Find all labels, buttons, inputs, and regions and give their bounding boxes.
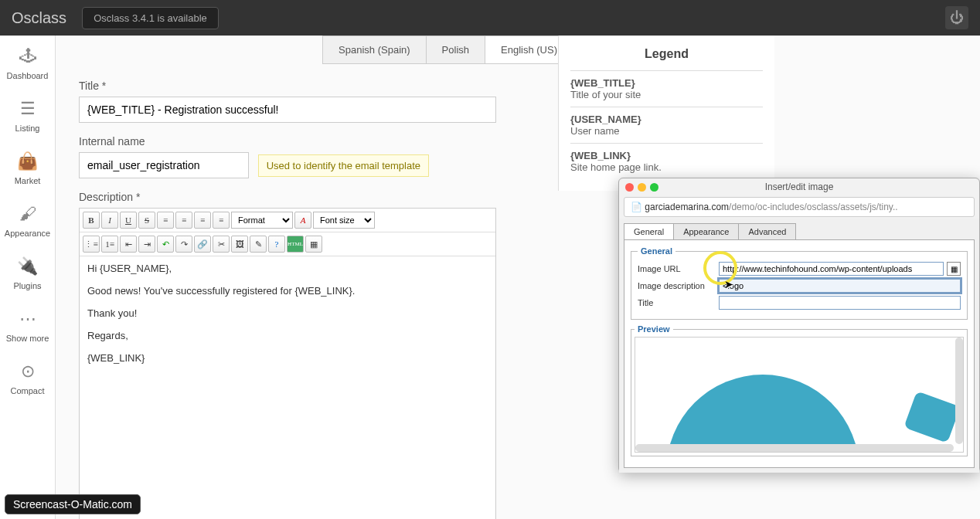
sidebar-item-dashboard[interactable]: 🕹Dashboard	[0, 36, 55, 88]
align-center-button[interactable]: ≡	[175, 212, 192, 229]
format-select[interactable]: Format	[231, 212, 293, 229]
fieldset-legend: Preview	[635, 324, 673, 334]
dashboard-icon: 🕹	[19, 46, 36, 66]
tab-polish[interactable]: Polish	[426, 36, 485, 64]
horizontal-scrollbar[interactable]	[635, 444, 954, 452]
sidebar-item-appearance[interactable]: 🖌Appearance	[0, 193, 55, 246]
preview-fieldset: Preview	[631, 324, 968, 456]
editor-toolbar-1: B I U S ≡ ≡ ≡ ≡ Format A Font size	[80, 209, 495, 232]
general-fieldset: General Image URL ▦ Image description Ti…	[631, 246, 968, 320]
sidebar-item-label: Show more	[6, 334, 49, 343]
align-left-button[interactable]: ≡	[157, 212, 174, 229]
url-path: /demo/oc-includes/osclass/assets/js/tiny…	[729, 202, 898, 212]
tab-appearance[interactable]: Appearance	[673, 223, 739, 239]
title-label: Title *	[79, 80, 496, 92]
url-host: garciademarina.com	[645, 202, 729, 212]
editor-textarea[interactable]: Hi {USER_NAME}, Good news! You've succes…	[80, 256, 495, 519]
internal-hint: Used to identify the email template	[258, 154, 429, 177]
undo-button[interactable]: ↶	[157, 236, 174, 253]
editor-line: {WEB_LINK}	[87, 352, 488, 364]
compact-icon: ⊙	[21, 361, 35, 382]
sidebar-item-label: Appearance	[5, 229, 50, 238]
sidebar-item-label: Plugins	[13, 281, 41, 290]
image-title-label: Title	[638, 298, 719, 307]
fontsize-select[interactable]: Font size	[313, 212, 375, 229]
unlink-button[interactable]: ✂	[213, 236, 230, 253]
align-right-button[interactable]: ≡	[194, 212, 211, 229]
image-preview	[635, 337, 964, 453]
title-input[interactable]	[79, 97, 496, 123]
browse-icon[interactable]: ▦	[947, 262, 961, 276]
watermark: Screencast-O-Matic.com	[5, 494, 141, 514]
editor-line: Good news! You've successfully registere…	[87, 285, 488, 297]
editor-line: Hi {USER_NAME},	[87, 263, 488, 274]
link-button[interactable]: 🔗	[194, 236, 211, 253]
image-url-input[interactable]	[719, 262, 944, 276]
help-button[interactable]: ?	[268, 236, 285, 253]
legend-item: {WEB_TITLE}Title of your site	[570, 70, 763, 107]
sidebar-item-market[interactable]: 👜Market	[0, 141, 55, 193]
legend-item: {USER_NAME}User name	[570, 107, 763, 143]
edit-button[interactable]: ✎	[250, 236, 267, 253]
image-desc-label: Image description	[638, 281, 719, 290]
market-icon: 👜	[17, 151, 38, 171]
internal-name-input[interactable]	[79, 152, 249, 178]
description-label: Description *	[79, 191, 496, 203]
brand: Osclass	[12, 9, 66, 27]
sidebar: 🕹Dashboard ☰Listing 👜Market 🖌Appearance …	[0, 36, 56, 519]
bullet-list-button[interactable]: ⋮≡	[83, 236, 100, 253]
legend-title: Legend	[570, 47, 763, 61]
preview-image-shape	[903, 391, 960, 443]
indent-button[interactable]: ⇥	[138, 236, 155, 253]
insert-image-dialog: Insert/edit image 📄 garciademarina.com /…	[618, 178, 980, 473]
align-justify-button[interactable]: ≡	[213, 212, 230, 229]
image-title-input[interactable]	[719, 296, 961, 310]
sidebar-item-label: Compact	[10, 386, 44, 395]
preview-image-shape	[666, 375, 859, 453]
tab-spanish[interactable]: Spanish (Spain)	[322, 36, 427, 64]
topbar: Osclass Osclass 3.4.1 is available ⏻	[0, 0, 980, 36]
strike-button[interactable]: S	[138, 212, 155, 229]
rich-text-editor: B I U S ≡ ≡ ≡ ≡ Format A Font size ⋮≡ 1≡…	[79, 208, 496, 519]
fieldset-legend: General	[638, 246, 675, 256]
power-icon[interactable]: ⏻	[945, 6, 968, 29]
editor-toolbar-2: ⋮≡ 1≡ ⇤ ⇥ ↶ ↷ 🔗 ✂ 🖼 ✎ ? HTML ▦	[80, 232, 495, 256]
update-available-button[interactable]: Osclass 3.4.1 is available	[82, 7, 219, 29]
legend-item: {WEB_LINK}Site home page link.	[570, 143, 763, 179]
editor-line: Regards,	[87, 330, 488, 341]
email-template-form: Title * Internal name Used to identify t…	[79, 80, 496, 519]
sidebar-item-listing[interactable]: ☰Listing	[0, 88, 55, 141]
more-icon: ⋯	[19, 309, 36, 329]
image-url-label: Image URL	[638, 264, 719, 273]
sidebar-item-label: Listing	[15, 124, 40, 133]
address-bar[interactable]: 📄 garciademarina.com /demo/oc-includes/o…	[624, 197, 975, 217]
sidebar-item-showmore[interactable]: ⋯Show more	[0, 298, 55, 351]
sidebar-item-label: Market	[15, 176, 41, 185]
tab-general[interactable]: General	[624, 223, 674, 239]
sidebar-item-plugins[interactable]: 🔌Plugins	[0, 246, 55, 298]
listing-icon: ☰	[20, 99, 36, 119]
internal-label: Internal name	[79, 135, 496, 148]
image-desc-input[interactable]	[719, 279, 961, 293]
language-tabs: Spanish (Spain) Polish English (US)	[280, 36, 573, 64]
page-icon: 📄	[631, 202, 645, 212]
sidebar-item-compact[interactable]: ⊙Compact	[0, 351, 55, 403]
underline-button[interactable]: U	[120, 212, 137, 229]
tab-advanced[interactable]: Advanced	[738, 223, 796, 239]
legend-panel: Legend {WEB_TITLE}Title of your site {US…	[558, 36, 774, 191]
image-button[interactable]: 🖼	[231, 236, 248, 253]
font-color-button[interactable]: A	[294, 212, 311, 229]
window-titlebar: Insert/edit image	[619, 178, 979, 195]
dialog-tabs: General Appearance Advanced	[624, 223, 975, 239]
bold-button[interactable]: B	[83, 212, 100, 229]
window-title: Insert/edit image	[619, 181, 979, 192]
media-button[interactable]: ▦	[305, 236, 322, 253]
outdent-button[interactable]: ⇤	[120, 236, 137, 253]
html-button[interactable]: HTML	[287, 236, 304, 253]
redo-button[interactable]: ↷	[175, 236, 192, 253]
italic-button[interactable]: I	[101, 212, 118, 229]
editor-line: Thank you!	[87, 307, 488, 319]
vertical-scrollbar[interactable]	[955, 338, 963, 444]
number-list-button[interactable]: 1≡	[101, 236, 118, 253]
sidebar-item-label: Dashboard	[7, 71, 49, 80]
